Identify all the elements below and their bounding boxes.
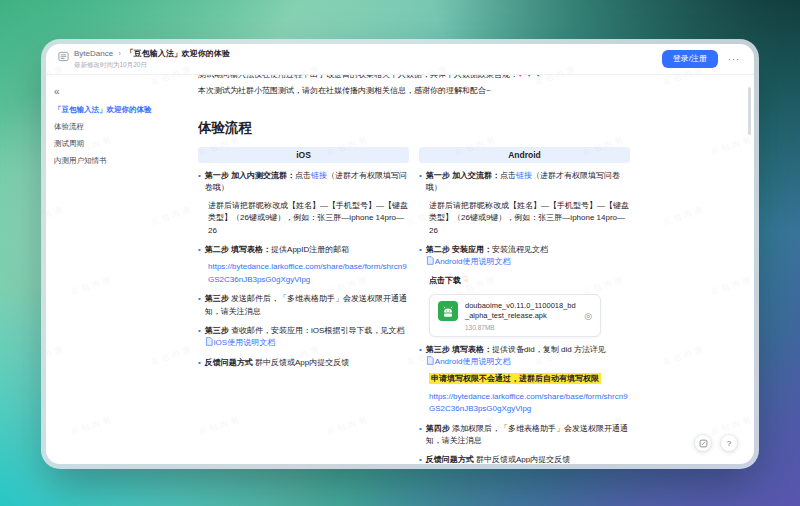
step-text: 查收邮件，安装应用：iOS根据引导下载，见文档 bbox=[231, 326, 404, 335]
feedback-button[interactable] bbox=[694, 434, 712, 452]
step-text: 添加权限后，「多维表格助手」会发送权限开通通知，请关注消息 bbox=[426, 424, 628, 445]
apk-attachment-card[interactable]: doubaoime_v0.11.0_1100018_bd_alpha_test_… bbox=[429, 294, 601, 337]
android-column: Android 第一步 加入交流群：点击链接（进群才有权限填写问卷哦） 进群后请… bbox=[419, 147, 630, 463]
sidebar-toc: « 「豆包输入法」欢迎你的体验 体验流程 测试周期 内测用户知情书 bbox=[46, 75, 198, 463]
android-column-header: Android bbox=[419, 147, 630, 163]
download-label: 点击下载 bbox=[429, 276, 461, 285]
page-title: 「豆包输入法」欢迎你的体验 bbox=[126, 48, 230, 59]
doc-main-area: 测试期间输入法仅在使用过程中出于改进目的收集相关个人数据，具体个人数据政策合规：… bbox=[198, 75, 754, 463]
feedback-icon bbox=[699, 439, 708, 448]
android-join-group-link[interactable]: 链接 bbox=[516, 171, 532, 180]
login-register-button[interactable]: 登录/注册 bbox=[662, 50, 718, 68]
step-text: 点击 bbox=[500, 171, 516, 180]
bullet-icon bbox=[198, 293, 201, 318]
step-label: 第二步 填写表格： bbox=[205, 245, 271, 254]
ios-nickname-note: 进群后请把群昵称改成【姓名】—【手机型号】—【键盘类型】（26键或9键），例如：… bbox=[208, 200, 409, 237]
intro-text: 测试期间输入法仅在使用过程中出于改进目的收集相关个人数据，具体个人数据政策合规： bbox=[198, 75, 518, 79]
android-step-1: 第一步 加入交流群：点击链接（进群才有权限填写问卷哦） bbox=[419, 170, 630, 195]
breadcrumb: ByteDance › 「豆包输入法」欢迎你的体验 最新修改时间为10月20日 bbox=[58, 48, 230, 70]
android-step-4: 第四步 添加权限后，「多维表格助手」会发送权限开通通知，请关注消息 bbox=[419, 423, 630, 448]
more-menu-icon[interactable]: ··· bbox=[728, 54, 740, 64]
bullet-icon bbox=[198, 244, 201, 256]
ios-step-3: 第三步 发送邮件后，「多维表格助手」会发送权限开通通知，请关注消息 bbox=[198, 293, 409, 318]
permission-highlight-note: 申请填写权限不会通过，进群后自动有填写权限 bbox=[429, 373, 630, 385]
last-modified-label: 最新修改时间为10月20日 bbox=[74, 61, 230, 70]
feedback-text: 群中反馈或App内提交反馈 bbox=[474, 455, 570, 463]
doc-content: 测试期间输入法仅在使用过程中出于改进目的收集相关个人数据，具体个人数据政策合规：… bbox=[198, 75, 630, 463]
title-bar: ByteDance › 「豆包输入法」欢迎你的体验 最新修改时间为10月20日 … bbox=[46, 44, 754, 75]
sidebar-item-experience-flow[interactable]: 体验流程 bbox=[54, 122, 190, 132]
bullet-icon bbox=[198, 325, 201, 350]
file-size: 130.87MB bbox=[465, 324, 577, 331]
bullet-icon bbox=[419, 170, 422, 195]
breadcrumb-separator-icon: › bbox=[118, 49, 121, 58]
ios-form-url-link[interactable]: https://bytedance.larkoffice.com/share/b… bbox=[208, 262, 407, 283]
ios-feedback-row: 反馈问题方式 群中反馈或App内提交反馈 bbox=[198, 357, 409, 369]
step-text: 安装流程见文档 bbox=[492, 245, 548, 254]
file-meta: doubaoime_v0.11.0_1100018_bd_alpha_test_… bbox=[465, 301, 577, 331]
sidebar-collapse-icon[interactable]: « bbox=[54, 86, 60, 97]
ios-step-1: 第一步 加入内测交流群：点击链接（进群才有权限填写问卷哦） bbox=[198, 170, 409, 195]
android-step-3: 第三步 填写表格：提供设备did，复制 did 方法详见Android使用说明文… bbox=[419, 344, 630, 369]
ios-column-header: iOS bbox=[198, 147, 409, 163]
step-label: 第一步 加入交流群： bbox=[426, 171, 500, 180]
android-form-link-wrap: https://bytedance.larkoffice.com/share/b… bbox=[429, 391, 630, 416]
preview-eye-icon[interactable]: ◎ bbox=[584, 311, 592, 321]
step-label: 第一步 加入内测交流群： bbox=[205, 171, 295, 180]
step-text: 发送邮件后，「多维表格助手」会发送权限开通通知，请关注消息 bbox=[205, 294, 407, 315]
ios-column: iOS 第一步 加入内测交流群：点击链接（进群才有权限填写问卷哦） 进群后请把群… bbox=[198, 147, 409, 463]
step-label: 第三步 填写表格： bbox=[426, 345, 492, 354]
window-body: « 「豆包输入法」欢迎你的体验 体验流程 测试周期 内测用户知情书 测试期间输入… bbox=[46, 75, 754, 463]
android-did-doc-link[interactable]: Android使用说明文档 bbox=[426, 357, 511, 366]
step-label: 第三步 bbox=[205, 326, 231, 335]
feedback-label: 反馈问题方式 bbox=[426, 455, 474, 463]
clipped-intro-line: 测试期间输入法仅在使用过程中出于改进目的收集相关个人数据，具体个人数据政策合规：… bbox=[198, 75, 630, 81]
android-form-url-link[interactable]: https://bytedance.larkoffice.com/share/b… bbox=[429, 392, 628, 413]
feedback-text: 群中反馈或App内提交反馈 bbox=[253, 358, 349, 367]
ios-join-group-link[interactable]: 链接 bbox=[311, 171, 327, 180]
experience-table: iOS 第一步 加入内测交流群：点击链接（进群才有权限填写问卷哦） 进群后请把群… bbox=[198, 147, 630, 463]
step-text: 提供AppID注册的邮箱 bbox=[271, 245, 349, 254]
sidebar-item-beta-consent[interactable]: 内测用户知情书 bbox=[54, 156, 190, 166]
doc-icon bbox=[426, 256, 434, 265]
help-button[interactable]: ? bbox=[720, 434, 738, 452]
sidebar-item-doc-title[interactable]: 「豆包输入法」欢迎你的体验 bbox=[54, 105, 190, 115]
bullet-icon bbox=[198, 170, 201, 195]
step-label: 第四步 bbox=[426, 424, 452, 433]
help-icon: ? bbox=[727, 439, 731, 448]
doc-icon bbox=[426, 356, 434, 365]
android-apk-icon bbox=[438, 301, 458, 321]
floating-buttons: ? bbox=[694, 434, 738, 452]
doc-window: ByteDance › 「豆包输入法」欢迎你的体验 最新修改时间为10月20日 … bbox=[46, 44, 754, 464]
android-step-2: 第二步 安装应用：安装流程见文档Android使用说明文档 bbox=[419, 244, 630, 269]
bullet-icon bbox=[198, 357, 201, 369]
doc-icon bbox=[205, 337, 213, 346]
file-name: doubaoime_v0.11.0_1100018_bd_alpha_test_… bbox=[465, 301, 577, 322]
step-label: 第三步 bbox=[205, 294, 231, 303]
android-nickname-note: 进群后请把群昵称改成【姓名】—【手机型号】—【键盘类型】（26键或9键），例如：… bbox=[429, 200, 630, 237]
heart-icons: ♥ ♥ ♥ bbox=[518, 75, 542, 79]
step-label: 第二步 安装应用： bbox=[426, 245, 492, 254]
scrollbar-thumb[interactable] bbox=[748, 87, 751, 135]
android-guide-doc-link[interactable]: Android使用说明文档 bbox=[426, 257, 511, 266]
android-feedback-row: 反馈问题方式 群中反馈或App内提交反馈 bbox=[419, 454, 630, 463]
ios-guide-doc-link[interactable]: iOS使用说明文档 bbox=[205, 338, 275, 347]
directory-icon[interactable] bbox=[58, 48, 69, 59]
pointing-down-icon: ☟ bbox=[463, 275, 468, 285]
step-text: 点击 bbox=[295, 171, 311, 180]
bullet-icon bbox=[419, 423, 422, 448]
download-prompt: 点击下载☟ bbox=[429, 274, 630, 288]
section-title: 体验流程 bbox=[198, 119, 630, 137]
breadcrumb-root[interactable]: ByteDance bbox=[74, 49, 113, 58]
sidebar-item-test-period[interactable]: 测试周期 bbox=[54, 139, 190, 149]
ios-step-2: 第二步 填写表格：提供AppID注册的邮箱 bbox=[198, 244, 409, 256]
ios-form-link-wrap: https://bytedance.larkoffice.com/share/b… bbox=[208, 261, 409, 286]
bullet-icon bbox=[419, 454, 422, 463]
test-notice-paragraph: 本次测试为社群小范围测试，请勿在社媒传播内测相关信息，感谢你的理解和配合~ bbox=[198, 85, 630, 97]
bullet-icon bbox=[419, 344, 422, 369]
bullet-icon bbox=[419, 244, 422, 269]
step-text: 提供设备did，复制 did 方法详见 bbox=[492, 345, 606, 354]
highlighted-text: 申请填写权限不会通过，进群后自动有填写权限 bbox=[429, 373, 601, 384]
feedback-label: 反馈问题方式 bbox=[205, 358, 253, 367]
ios-step-4: 第三步 查收邮件，安装应用：iOS根据引导下载，见文档iOS使用说明文档 bbox=[198, 325, 409, 350]
